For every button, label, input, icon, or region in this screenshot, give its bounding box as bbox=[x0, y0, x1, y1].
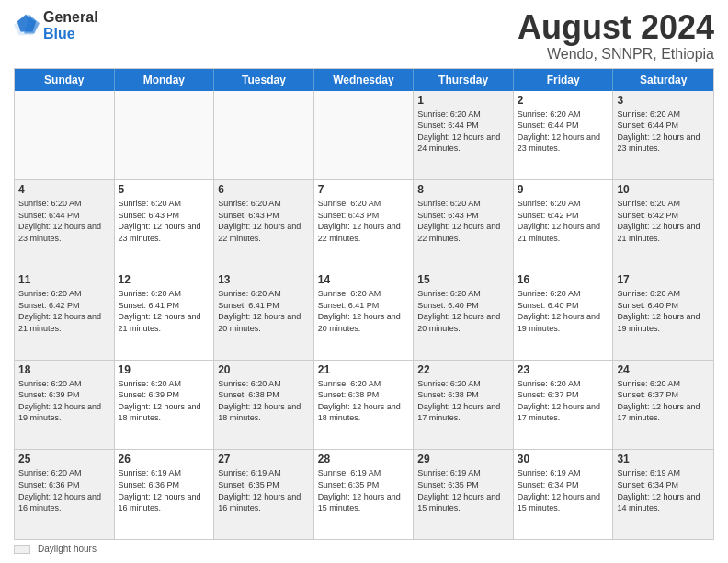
header-day-thursday: Thursday bbox=[414, 69, 514, 91]
calendar: SundayMondayTuesdayWednesdayThursdayFrid… bbox=[14, 68, 714, 540]
day-number: 3 bbox=[617, 94, 710, 107]
day-info: Sunrise: 6:20 AM Sunset: 6:37 PM Dayligh… bbox=[518, 378, 609, 424]
day-number: 16 bbox=[518, 273, 609, 286]
cal-week-1: 4Sunrise: 6:20 AM Sunset: 6:44 PM Daylig… bbox=[15, 179, 713, 270]
day-info: Sunrise: 6:19 AM Sunset: 6:35 PM Dayligh… bbox=[417, 467, 509, 513]
cal-cell-31: 31Sunrise: 6:19 AM Sunset: 6:34 PM Dayli… bbox=[613, 450, 713, 539]
day-info: Sunrise: 6:20 AM Sunset: 6:37 PM Dayligh… bbox=[617, 378, 710, 424]
cal-cell-13: 13Sunrise: 6:20 AM Sunset: 6:41 PM Dayli… bbox=[214, 270, 314, 360]
day-info: Sunrise: 6:20 AM Sunset: 6:42 PM Dayligh… bbox=[617, 198, 710, 244]
cal-cell-9: 9Sunrise: 6:20 AM Sunset: 6:42 PM Daylig… bbox=[514, 180, 614, 270]
day-number: 9 bbox=[518, 183, 609, 196]
cal-week-0: 1Sunrise: 6:20 AM Sunset: 6:44 PM Daylig… bbox=[15, 91, 713, 180]
day-info: Sunrise: 6:20 AM Sunset: 6:41 PM Dayligh… bbox=[318, 288, 410, 334]
cal-cell-25: 25Sunrise: 6:20 AM Sunset: 6:36 PM Dayli… bbox=[15, 450, 115, 539]
day-number: 7 bbox=[318, 183, 410, 196]
cal-cell-20: 20Sunrise: 6:20 AM Sunset: 6:38 PM Dayli… bbox=[214, 361, 314, 450]
cal-cell-1: 1Sunrise: 6:20 AM Sunset: 6:44 PM Daylig… bbox=[414, 91, 514, 180]
title-block: August 2024 Wendo, SNNPR, Ethiopia bbox=[518, 9, 714, 63]
cal-cell-22: 22Sunrise: 6:20 AM Sunset: 6:38 PM Dayli… bbox=[414, 361, 514, 450]
cal-cell-empty bbox=[15, 91, 115, 180]
cal-cell-15: 15Sunrise: 6:20 AM Sunset: 6:40 PM Dayli… bbox=[414, 270, 514, 360]
cal-cell-19: 19Sunrise: 6:20 AM Sunset: 6:39 PM Dayli… bbox=[115, 361, 215, 450]
cal-cell-23: 23Sunrise: 6:20 AM Sunset: 6:37 PM Dayli… bbox=[514, 361, 614, 450]
day-number: 18 bbox=[18, 363, 110, 376]
day-number: 25 bbox=[18, 453, 110, 465]
day-info: Sunrise: 6:20 AM Sunset: 6:44 PM Dayligh… bbox=[617, 109, 710, 155]
daylight-label: Daylight hours bbox=[38, 544, 97, 554]
day-number: 1 bbox=[417, 94, 509, 107]
day-info: Sunrise: 6:20 AM Sunset: 6:39 PM Dayligh… bbox=[119, 378, 210, 424]
calendar-body: 1Sunrise: 6:20 AM Sunset: 6:44 PM Daylig… bbox=[15, 91, 713, 539]
day-number: 26 bbox=[119, 453, 210, 465]
cal-cell-10: 10Sunrise: 6:20 AM Sunset: 6:42 PM Dayli… bbox=[613, 180, 713, 270]
day-info: Sunrise: 6:19 AM Sunset: 6:34 PM Dayligh… bbox=[518, 467, 609, 513]
day-number: 22 bbox=[417, 363, 509, 376]
day-info: Sunrise: 6:20 AM Sunset: 6:40 PM Dayligh… bbox=[617, 288, 710, 334]
day-number: 30 bbox=[518, 453, 609, 465]
day-number: 13 bbox=[218, 273, 310, 286]
logo-text: General Blue bbox=[43, 9, 98, 41]
day-info: Sunrise: 6:20 AM Sunset: 6:36 PM Dayligh… bbox=[18, 467, 110, 513]
page: General Blue August 2024 Wendo, SNNPR, E… bbox=[0, 0, 728, 563]
header-day-wednesday: Wednesday bbox=[314, 69, 415, 91]
day-number: 24 bbox=[617, 363, 710, 376]
day-info: Sunrise: 6:20 AM Sunset: 6:39 PM Dayligh… bbox=[18, 378, 110, 424]
cal-cell-8: 8Sunrise: 6:20 AM Sunset: 6:43 PM Daylig… bbox=[414, 180, 514, 270]
subtitle: Wendo, SNNPR, Ethiopia bbox=[518, 46, 714, 63]
day-number: 14 bbox=[318, 273, 410, 286]
logo-general-text: General bbox=[43, 9, 98, 26]
logo-icon bbox=[14, 13, 40, 39]
day-number: 8 bbox=[417, 183, 509, 196]
main-title: August 2024 bbox=[518, 9, 714, 46]
cal-week-3: 18Sunrise: 6:20 AM Sunset: 6:39 PM Dayli… bbox=[15, 360, 713, 450]
day-info: Sunrise: 6:20 AM Sunset: 6:40 PM Dayligh… bbox=[518, 288, 609, 334]
logo-blue-text: Blue bbox=[43, 26, 98, 42]
header: General Blue August 2024 Wendo, SNNPR, E… bbox=[14, 9, 714, 63]
cal-cell-empty bbox=[314, 91, 415, 180]
day-number: 15 bbox=[417, 273, 509, 286]
day-info: Sunrise: 6:20 AM Sunset: 6:42 PM Dayligh… bbox=[518, 198, 609, 244]
cal-cell-26: 26Sunrise: 6:19 AM Sunset: 6:36 PM Dayli… bbox=[115, 450, 215, 539]
cal-cell-4: 4Sunrise: 6:20 AM Sunset: 6:44 PM Daylig… bbox=[15, 180, 115, 270]
header-day-monday: Monday bbox=[115, 69, 215, 91]
cal-week-2: 11Sunrise: 6:20 AM Sunset: 6:42 PM Dayli… bbox=[15, 270, 713, 360]
cal-cell-28: 28Sunrise: 6:19 AM Sunset: 6:35 PM Dayli… bbox=[314, 450, 415, 539]
day-number: 31 bbox=[617, 453, 710, 465]
cal-cell-27: 27Sunrise: 6:19 AM Sunset: 6:35 PM Dayli… bbox=[214, 450, 314, 539]
cal-cell-3: 3Sunrise: 6:20 AM Sunset: 6:44 PM Daylig… bbox=[613, 91, 713, 180]
cal-cell-17: 17Sunrise: 6:20 AM Sunset: 6:40 PM Dayli… bbox=[613, 270, 713, 360]
day-number: 20 bbox=[218, 363, 310, 376]
day-info: Sunrise: 6:20 AM Sunset: 6:38 PM Dayligh… bbox=[218, 378, 310, 424]
day-info: Sunrise: 6:20 AM Sunset: 6:43 PM Dayligh… bbox=[218, 198, 310, 244]
cal-week-4: 25Sunrise: 6:20 AM Sunset: 6:36 PM Dayli… bbox=[15, 449, 713, 539]
day-info: Sunrise: 6:20 AM Sunset: 6:40 PM Dayligh… bbox=[417, 288, 509, 334]
day-info: Sunrise: 6:20 AM Sunset: 6:38 PM Dayligh… bbox=[318, 378, 410, 424]
day-info: Sunrise: 6:19 AM Sunset: 6:35 PM Dayligh… bbox=[318, 467, 410, 513]
day-number: 27 bbox=[218, 453, 310, 465]
day-info: Sunrise: 6:20 AM Sunset: 6:42 PM Dayligh… bbox=[18, 288, 110, 334]
day-info: Sunrise: 6:20 AM Sunset: 6:44 PM Dayligh… bbox=[417, 109, 509, 155]
day-number: 2 bbox=[518, 94, 609, 107]
day-info: Sunrise: 6:20 AM Sunset: 6:38 PM Dayligh… bbox=[417, 378, 509, 424]
cal-cell-18: 18Sunrise: 6:20 AM Sunset: 6:39 PM Dayli… bbox=[15, 361, 115, 450]
day-number: 28 bbox=[318, 453, 410, 465]
cal-cell-6: 6Sunrise: 6:20 AM Sunset: 6:43 PM Daylig… bbox=[214, 180, 314, 270]
day-info: Sunrise: 6:20 AM Sunset: 6:43 PM Dayligh… bbox=[417, 198, 509, 244]
logo: General Blue bbox=[14, 9, 98, 41]
footer-note: Daylight hours bbox=[14, 544, 714, 554]
day-number: 4 bbox=[18, 183, 110, 196]
day-info: Sunrise: 6:20 AM Sunset: 6:44 PM Dayligh… bbox=[18, 198, 110, 244]
header-day-saturday: Saturday bbox=[613, 69, 713, 91]
header-day-sunday: Sunday bbox=[15, 69, 115, 91]
cal-cell-24: 24Sunrise: 6:20 AM Sunset: 6:37 PM Dayli… bbox=[613, 361, 713, 450]
cal-cell-empty bbox=[214, 91, 314, 180]
cal-cell-21: 21Sunrise: 6:20 AM Sunset: 6:38 PM Dayli… bbox=[314, 361, 415, 450]
day-number: 23 bbox=[518, 363, 609, 376]
cal-cell-2: 2Sunrise: 6:20 AM Sunset: 6:44 PM Daylig… bbox=[514, 91, 614, 180]
day-number: 11 bbox=[18, 273, 110, 286]
day-number: 21 bbox=[318, 363, 410, 376]
day-info: Sunrise: 6:20 AM Sunset: 6:43 PM Dayligh… bbox=[318, 198, 410, 244]
header-day-tuesday: Tuesday bbox=[214, 69, 314, 91]
day-number: 6 bbox=[218, 183, 310, 196]
